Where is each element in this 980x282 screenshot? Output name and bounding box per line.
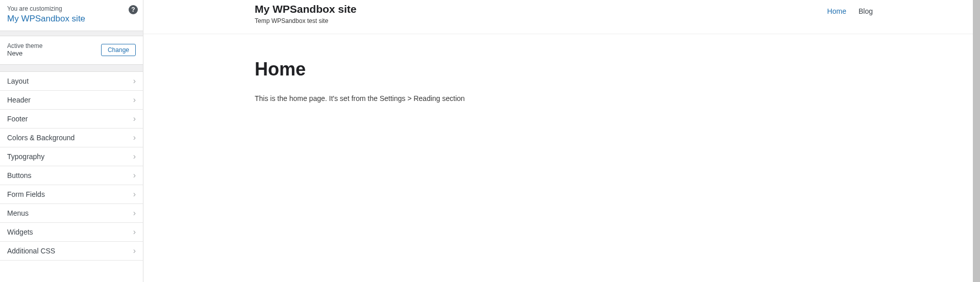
- preview-site-title[interactable]: My WPSandbox site: [255, 3, 357, 15]
- menu-item-header[interactable]: Header ›: [0, 91, 143, 110]
- menu-item-layout[interactable]: Layout ›: [0, 72, 143, 91]
- menu-item-label: Header: [7, 96, 31, 104]
- change-theme-button[interactable]: Change: [101, 44, 136, 56]
- customizing-label: You are customizing: [7, 5, 136, 12]
- chevron-right-icon: ›: [133, 190, 136, 199]
- menu-item-additional-css[interactable]: Additional CSS ›: [0, 242, 143, 261]
- menu-item-label: Buttons: [7, 171, 31, 180]
- menu-item-form-fields[interactable]: Form Fields ›: [0, 185, 143, 204]
- chevron-right-icon: ›: [133, 76, 136, 86]
- help-icon[interactable]: ?: [129, 5, 138, 14]
- site-name: My WPSandbox site: [7, 13, 136, 24]
- spacer: [0, 65, 143, 72]
- page-title: Home: [255, 59, 869, 80]
- chevron-right-icon: ›: [133, 95, 136, 105]
- chevron-right-icon: ›: [133, 227, 136, 237]
- menu-item-label: Colors & Background: [7, 134, 75, 142]
- theme-name: Neve: [7, 49, 42, 57]
- chevron-right-icon: ›: [133, 246, 136, 255]
- preview-scrollbar[interactable]: [973, 0, 980, 282]
- menu-item-menus[interactable]: Menus ›: [0, 204, 143, 223]
- theme-section: Active theme Neve Change: [0, 36, 143, 65]
- preview-content: Home This is the home page. It's set fro…: [143, 34, 980, 127]
- customizing-header: You are customizing My WPSandbox site ?: [0, 0, 143, 31]
- menu-item-colors-background[interactable]: Colors & Background ›: [0, 129, 143, 147]
- menu-item-label: Widgets: [7, 228, 33, 236]
- customizer-menu-list: Layout › Header › Footer › Colors & Back…: [0, 72, 143, 261]
- menu-item-label: Footer: [7, 115, 28, 123]
- page-body: This is the home page. It's set from the…: [255, 94, 869, 102]
- chevron-right-icon: ›: [133, 114, 136, 123]
- menu-item-label: Form Fields: [7, 190, 45, 198]
- menu-item-footer[interactable]: Footer ›: [0, 110, 143, 129]
- nav-item-blog[interactable]: Blog: [859, 7, 873, 15]
- spacer: [0, 31, 143, 36]
- chevron-right-icon: ›: [133, 209, 136, 218]
- menu-item-label: Menus: [7, 209, 29, 217]
- menu-item-label: Layout: [7, 77, 29, 85]
- customizer-sidebar: You are customizing My WPSandbox site ? …: [0, 0, 143, 282]
- chevron-right-icon: ›: [133, 152, 136, 161]
- chevron-right-icon: ›: [133, 133, 136, 142]
- preview-branding: My WPSandbox site Temp WPSandbox test si…: [255, 3, 357, 24]
- menu-item-label: Typography: [7, 152, 44, 161]
- menu-item-widgets[interactable]: Widgets ›: [0, 223, 143, 242]
- preview-scrollbar-thumb[interactable]: [973, 0, 980, 282]
- preview-tagline: Temp WPSandbox test site: [255, 17, 357, 24]
- preview-nav: Home Blog: [827, 3, 873, 15]
- menu-item-typography[interactable]: Typography ›: [0, 147, 143, 166]
- preview-area: My WPSandbox site Temp WPSandbox test si…: [143, 0, 980, 282]
- chevron-right-icon: ›: [133, 171, 136, 180]
- menu-item-buttons[interactable]: Buttons ›: [0, 166, 143, 185]
- active-theme-label: Active theme: [7, 42, 42, 49]
- menu-item-label: Additional CSS: [7, 247, 55, 255]
- preview-header: My WPSandbox site Temp WPSandbox test si…: [143, 0, 980, 34]
- theme-info: Active theme Neve: [7, 42, 42, 57]
- nav-item-home[interactable]: Home: [827, 7, 846, 15]
